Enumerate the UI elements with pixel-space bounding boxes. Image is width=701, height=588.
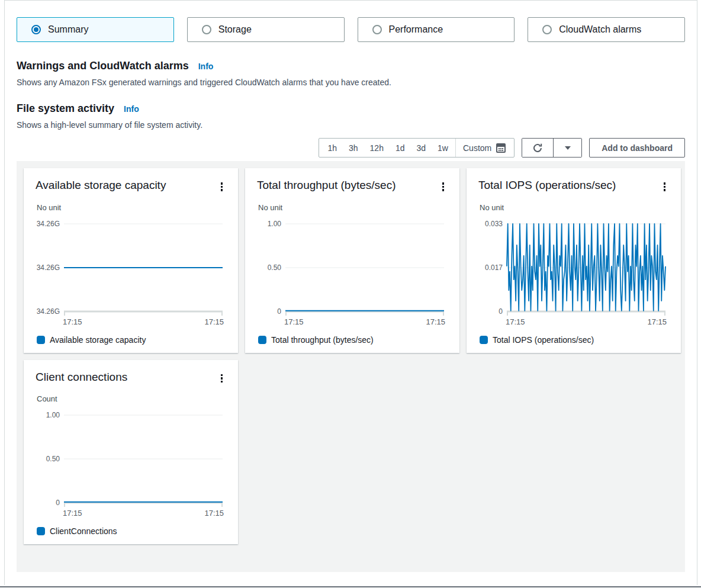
legend-label: Available storage capacity bbox=[50, 335, 146, 345]
svg-text:17:15: 17:15 bbox=[284, 317, 304, 326]
svg-text:34.26G: 34.26G bbox=[37, 307, 60, 316]
chart-toolbar: 1h 3h 12h 1d 3d 1w Custom bbox=[17, 138, 685, 158]
chart-title: Available storage capacity bbox=[36, 179, 166, 192]
warnings-section: Warnings and CloudWatch alarmsInfo Shows… bbox=[17, 60, 685, 87]
chart-card-total-iops: Total IOPS (operations/sec) No unit 0.03… bbox=[467, 168, 681, 353]
svg-text:0: 0 bbox=[499, 307, 503, 316]
tab-storage[interactable]: Storage bbox=[187, 17, 345, 42]
chart-card-available-storage: Available storage capacity No unit 34.26… bbox=[24, 168, 238, 353]
svg-text:0.50: 0.50 bbox=[268, 264, 282, 272]
legend-swatch bbox=[258, 336, 266, 344]
page-container: Summary Storage Performance CloudWatch a… bbox=[4, 0, 697, 585]
caret-down-icon bbox=[565, 146, 571, 150]
svg-text:17:15: 17:15 bbox=[647, 317, 667, 326]
chart-plot: 34.26G34.26G34.26G17:1517:15 bbox=[36, 216, 226, 332]
legend-label: Total IOPS (operations/sec) bbox=[493, 335, 594, 345]
chart-menu-kebab-icon[interactable] bbox=[660, 180, 670, 194]
radio-selected-icon bbox=[31, 25, 41, 34]
svg-text:34.26G: 34.26G bbox=[37, 220, 60, 228]
range-3d-button[interactable]: 3d bbox=[411, 139, 432, 157]
activity-info-link[interactable]: Info bbox=[124, 104, 139, 114]
radio-unselected-icon bbox=[202, 25, 211, 34]
refresh-button[interactable] bbox=[522, 139, 553, 157]
radio-unselected-icon bbox=[372, 25, 382, 34]
time-range-group: 1h 3h 12h 1d 3d 1w Custom bbox=[319, 138, 515, 158]
range-1h-button[interactable]: 1h bbox=[321, 139, 343, 157]
tab-summary[interactable]: Summary bbox=[17, 17, 174, 42]
range-12h-button[interactable]: 12h bbox=[364, 139, 390, 157]
refresh-split-button bbox=[522, 138, 582, 158]
svg-text:1.00: 1.00 bbox=[268, 220, 282, 228]
legend-swatch bbox=[37, 336, 45, 344]
svg-text:17:15: 17:15 bbox=[63, 317, 82, 326]
legend-label: Total throughput (bytes/sec) bbox=[271, 335, 374, 345]
activity-section-title: File system activity bbox=[17, 102, 114, 114]
warnings-section-description: Shows any Amazon FSx generated warnings … bbox=[17, 78, 685, 87]
radio-unselected-icon bbox=[542, 25, 552, 34]
chart-title: Total throughput (bytes/sec) bbox=[257, 179, 395, 192]
chart-unit-label: Count bbox=[37, 394, 226, 403]
tab-label: CloudWatch alarms bbox=[559, 24, 641, 35]
refresh-icon bbox=[532, 143, 543, 153]
chart-title: Total IOPS (operations/sec) bbox=[478, 179, 616, 192]
chart-menu-kebab-icon[interactable] bbox=[217, 180, 227, 194]
range-3h-button[interactable]: 3h bbox=[343, 139, 364, 157]
chart-unit-label: No unit bbox=[480, 203, 669, 212]
activity-section-description: Shows a high-level summary of file syste… bbox=[17, 120, 685, 130]
activity-section: File system activityInfo Shows a high-le… bbox=[17, 102, 685, 130]
svg-text:17:15: 17:15 bbox=[506, 317, 525, 326]
add-to-dashboard-button[interactable]: Add to dashboard bbox=[589, 138, 685, 158]
page-bottom-divider bbox=[0, 586, 701, 587]
chart-plot: 0.0330.017017:1517:15 bbox=[478, 216, 669, 332]
tab-label: Summary bbox=[48, 24, 88, 35]
svg-text:17:15: 17:15 bbox=[204, 509, 224, 518]
chart-unit-label: No unit bbox=[258, 203, 448, 212]
warnings-info-link[interactable]: Info bbox=[198, 62, 214, 71]
range-1w-button[interactable]: 1w bbox=[432, 139, 454, 157]
chart-plot: 1.000.50017:1517:15 bbox=[257, 216, 448, 332]
tab-label: Storage bbox=[218, 24, 252, 35]
tab-cloudwatch-alarms[interactable]: CloudWatch alarms bbox=[528, 17, 685, 42]
view-tabs: Summary Storage Performance CloudWatch a… bbox=[17, 17, 685, 42]
range-custom-button[interactable]: Custom bbox=[457, 139, 512, 157]
svg-text:0.50: 0.50 bbox=[46, 455, 60, 463]
legend-swatch bbox=[480, 336, 488, 344]
svg-text:0.017: 0.017 bbox=[485, 264, 503, 272]
custom-range-label: Custom bbox=[463, 143, 491, 153]
svg-text:0.033: 0.033 bbox=[485, 220, 503, 228]
tab-performance[interactable]: Performance bbox=[358, 17, 515, 42]
range-divider bbox=[455, 139, 456, 157]
svg-text:17:15: 17:15 bbox=[204, 317, 224, 326]
chart-plot: 1.000.50017:1517:15 bbox=[36, 407, 226, 523]
legend-swatch bbox=[37, 527, 45, 535]
chart-card-total-throughput: Total throughput (bytes/sec) No unit 1.0… bbox=[245, 168, 459, 353]
svg-text:17:15: 17:15 bbox=[426, 317, 445, 326]
svg-text:0: 0 bbox=[277, 307, 281, 316]
chart-legend: ClientConnections bbox=[36, 526, 226, 536]
chart-menu-kebab-icon[interactable] bbox=[439, 180, 448, 194]
tab-label: Performance bbox=[389, 24, 443, 35]
range-1d-button[interactable]: 1d bbox=[390, 139, 411, 157]
chart-title: Client connections bbox=[36, 371, 127, 384]
refresh-options-button[interactable] bbox=[553, 139, 581, 157]
svg-text:17:15: 17:15 bbox=[63, 509, 82, 518]
legend-label: ClientConnections bbox=[50, 526, 117, 536]
chart-legend: Total IOPS (operations/sec) bbox=[478, 335, 669, 345]
svg-text:0: 0 bbox=[56, 499, 60, 507]
chart-menu-kebab-icon[interactable] bbox=[217, 372, 227, 385]
chart-legend: Total throughput (bytes/sec) bbox=[257, 335, 448, 345]
svg-text:1.00: 1.00 bbox=[46, 411, 60, 419]
svg-text:34.26G: 34.26G bbox=[37, 264, 60, 272]
charts-dashboard: Available storage capacity No unit 34.26… bbox=[17, 161, 685, 572]
warnings-section-title: Warnings and CloudWatch alarms bbox=[17, 60, 189, 72]
calendar-icon bbox=[496, 143, 506, 153]
chart-unit-label: No unit bbox=[37, 203, 226, 212]
chart-card-client-connections: Client connections Count 1.000.50017:151… bbox=[24, 360, 238, 545]
chart-legend: Available storage capacity bbox=[36, 335, 226, 345]
